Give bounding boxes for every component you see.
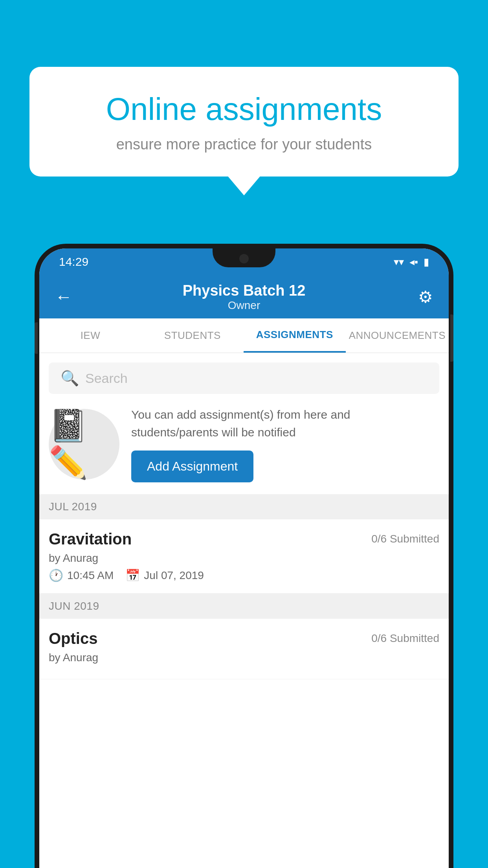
app-header: ← Physics Batch 12 Owner ⚙ [39,275,449,318]
tab-iew[interactable]: IEW [39,318,141,353]
promo-text-area: You can add assignment(s) from here and … [131,406,439,482]
bubble-title: Online assignments [57,90,431,128]
clock-icon: 🕐 [49,568,63,582]
time-item: 🕐 10:45 AM [49,568,114,582]
signal-icon: ◂▪ [409,256,418,268]
power-button [450,314,453,362]
header-title-container: Physics Batch 12 Owner [183,282,306,312]
camera [239,254,249,263]
assignment-time-row: 🕐 10:45 AM 📅 Jul 07, 2019 [49,568,439,582]
wifi-icon: ▾▾ [394,256,404,268]
assignment-item-gravitation[interactable]: Gravitation 0/6 Submitted by Anurag 🕐 10… [39,519,449,594]
promo-description: You can add assignment(s) from here and … [131,406,439,441]
date-item: 📅 Jul 07, 2019 [125,568,204,582]
status-icons: ▾▾ ◂▪ ▮ [394,256,429,268]
section-header-jun: JUN 2019 [39,594,449,619]
notebook-icon: 📓✏️ [49,407,119,481]
section-header-jul: JUL 2019 [39,494,449,519]
calendar-icon: 📅 [125,568,140,582]
assignment-name: Gravitation [49,530,132,548]
tab-students[interactable]: STUDENTS [141,318,244,353]
header-subtitle: Owner [183,299,306,312]
notch [213,248,275,267]
tab-assignments[interactable]: ASSIGNMENTS [244,318,346,353]
assignment-submitted-optics: 0/6 Submitted [371,632,439,645]
settings-button[interactable]: ⚙ [418,287,433,307]
battery-icon: ▮ [424,256,429,268]
tabs-container: IEW STUDENTS ASSIGNMENTS ANNOUNCEMENTS [39,318,449,353]
content-area: 🔍 Search 📓✏️ You can add assignment(s) f… [39,353,449,868]
search-icon: 🔍 [61,370,79,387]
assignment-submitted: 0/6 Submitted [371,533,439,545]
assignment-time: 10:45 AM [67,569,114,582]
assignment-by: by Anurag [49,552,439,565]
speech-bubble: Online assignments ensure more practice … [29,67,459,177]
status-time: 14:29 [59,255,88,268]
search-placeholder: Search [85,371,128,386]
tab-announcements[interactable]: ANNOUNCEMENTS [346,318,449,353]
back-button[interactable]: ← [55,287,72,307]
phone-frame: 14:29 ▾▾ ◂▪ ▮ ← Physics Batch 12 Owner ⚙… [35,244,453,868]
assignment-top-row-optics: Optics 0/6 Submitted [49,630,439,647]
phone-screen: 14:29 ▾▾ ◂▪ ▮ ← Physics Batch 12 Owner ⚙… [39,248,449,868]
promo-section: 📓✏️ You can add assignment(s) from here … [49,406,439,482]
add-assignment-button[interactable]: Add Assignment [131,451,253,482]
assignment-name-optics: Optics [49,630,97,647]
search-bar[interactable]: 🔍 Search [49,362,439,394]
page-title: Physics Batch 12 [183,282,306,299]
volume-button [35,322,38,354]
assignment-date: Jul 07, 2019 [144,569,204,582]
promo-icon-circle: 📓✏️ [49,409,119,480]
assignment-by-optics: by Anurag [49,651,439,664]
assignment-item-optics[interactable]: Optics 0/6 Submitted by Anurag [39,619,449,679]
assignment-top-row: Gravitation 0/6 Submitted [49,530,439,548]
bubble-subtitle: ensure more practice for your students [57,136,431,153]
promo-card: Online assignments ensure more practice … [29,67,459,177]
